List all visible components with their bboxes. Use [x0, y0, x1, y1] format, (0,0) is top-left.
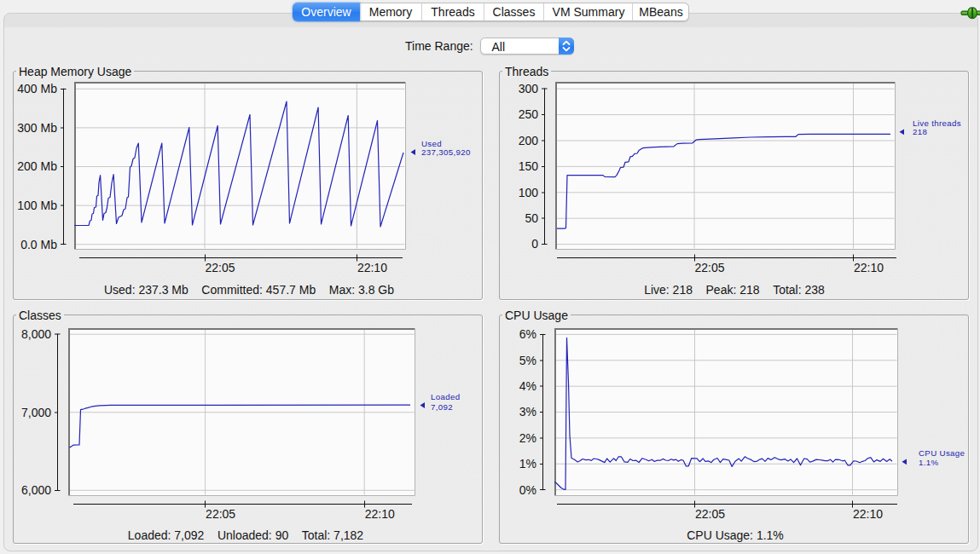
svg-text:Live: 218 Peak: 218 Tota: Live: 218 Peak: 218 Total: 238 — [644, 283, 825, 297]
svg-text:CPU Usage: 1.1%: CPU Usage: 1.1% — [687, 528, 784, 542]
svg-text:22:10: 22:10 — [853, 507, 883, 521]
svg-text:22:05: 22:05 — [206, 507, 235, 521]
svg-text:1.1%: 1.1% — [919, 458, 939, 467]
svg-text:218: 218 — [913, 127, 927, 136]
svg-text:Live threads: Live threads — [913, 118, 961, 128]
svg-text:22:10: 22:10 — [854, 261, 884, 274]
svg-text:6%: 6% — [519, 327, 536, 341]
svg-text:Loaded: 7,092 Unloaded: 90: Loaded: 7,092 Unloaded: 90 Total: 7,182 — [128, 528, 364, 542]
svg-text:237,305,920: 237,305,920 — [421, 147, 471, 157]
svg-text:Used: Used — [421, 139, 442, 148]
svg-text:0: 0 — [531, 237, 538, 251]
svg-text:22:10: 22:10 — [357, 261, 387, 274]
svg-text:200: 200 — [519, 134, 539, 147]
svg-text:CPU Usage: CPU Usage — [919, 448, 965, 458]
svg-text:5%: 5% — [519, 354, 536, 367]
svg-text:22:05: 22:05 — [206, 261, 235, 274]
svg-text:22:05: 22:05 — [695, 507, 725, 521]
svg-text:1%: 1% — [519, 457, 536, 470]
svg-text:3%: 3% — [519, 405, 536, 418]
svg-text:7,092: 7,092 — [431, 402, 453, 412]
svg-text:Loaded: Loaded — [431, 392, 460, 401]
svg-text:150: 150 — [519, 159, 539, 173]
svg-text:6,000: 6,000 — [21, 483, 51, 497]
svg-text:100: 100 — [519, 186, 539, 199]
svg-text:100 Mb: 100 Mb — [17, 199, 57, 212]
svg-text:22:05: 22:05 — [695, 261, 725, 274]
svg-text:200 Mb: 200 Mb — [17, 159, 57, 173]
svg-text:50: 50 — [525, 211, 538, 225]
svg-text:0%: 0% — [519, 483, 536, 497]
svg-text:8,000: 8,000 — [21, 327, 51, 341]
svg-text:300 Mb: 300 Mb — [17, 121, 57, 135]
svg-text:2%: 2% — [519, 431, 536, 445]
svg-text:250: 250 — [519, 107, 539, 121]
svg-text:4%: 4% — [519, 379, 536, 393]
svg-text:Used: 237.3 Mb Committed: 4: Used: 237.3 Mb Committed: 457.7 Mb Max: … — [104, 283, 394, 297]
svg-text:400 Mb: 400 Mb — [17, 82, 57, 95]
svg-text:22:10: 22:10 — [365, 507, 395, 521]
svg-text:300: 300 — [519, 82, 539, 95]
svg-text:0.0 Mb: 0.0 Mb — [20, 238, 57, 251]
svg-text:7,000: 7,000 — [21, 406, 51, 419]
